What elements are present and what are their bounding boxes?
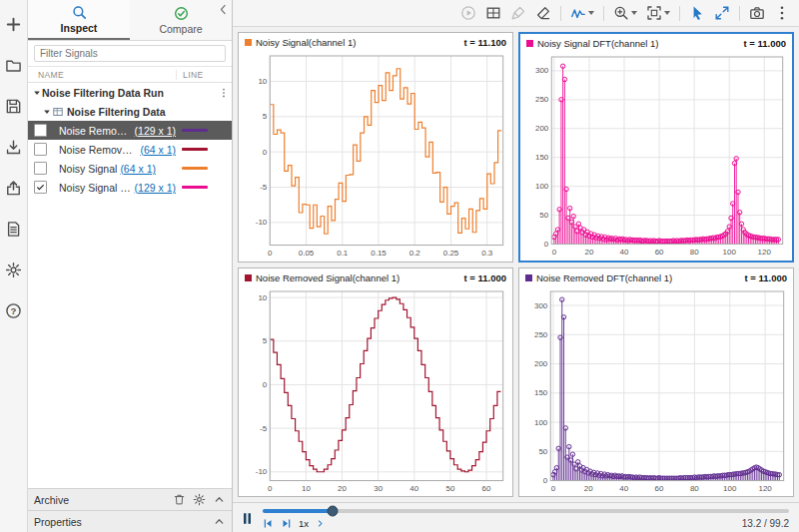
chart-noise-removed-signal[interactable]: 0102030405060-10-50510: [241, 286, 510, 495]
tab-inspect[interactable]: Inspect: [28, 0, 130, 40]
trash-icon[interactable]: [173, 493, 186, 506]
properties-collapse-icon[interactable]: [213, 515, 226, 528]
plot-title: Noise Removed DFT(channel 1): [536, 272, 744, 283]
signal-checkbox[interactable]: [34, 162, 47, 175]
signal-checkbox[interactable]: [34, 143, 47, 156]
svg-text:80: 80: [690, 248, 699, 257]
archive-bar[interactable]: Archive: [28, 488, 232, 510]
svg-text:0.1: 0.1: [337, 249, 349, 258]
svg-text:40: 40: [409, 484, 418, 493]
open-folder-icon[interactable]: [5, 57, 22, 74]
signal-checkbox[interactable]: [34, 181, 47, 194]
svg-text:120: 120: [758, 248, 772, 257]
signal-dims-link[interactable]: (64 x 1): [120, 163, 156, 175]
line-style-swatch: [182, 186, 208, 189]
chevron-down-icon[interactable]: [32, 88, 42, 98]
step-back-button[interactable]: [263, 518, 274, 529]
layout-grid-icon[interactable]: [485, 5, 501, 21]
tree-group-row[interactable]: Noise Filtering Data: [28, 102, 232, 121]
archive-collapse-icon[interactable]: [213, 493, 226, 506]
signal-checkbox[interactable]: [34, 124, 47, 137]
toolbar-separator: [560, 6, 561, 21]
chevron-down-icon[interactable]: [42, 107, 52, 117]
zoom-in-icon[interactable]: [613, 5, 637, 21]
playback-right: 1x 13.2 / 99.2: [263, 507, 789, 529]
svg-text:0.15: 0.15: [371, 249, 387, 258]
pause-button[interactable]: [240, 511, 255, 526]
dropdown-caret-icon: [664, 11, 670, 15]
eraser-icon[interactable]: [535, 5, 551, 21]
column-header-name: NAME: [28, 70, 176, 80]
tree-signal-row[interactable]: Noisy Signal(64 x 1): [28, 159, 232, 178]
svg-text:100: 100: [535, 182, 549, 191]
step-forward-button[interactable]: [281, 518, 292, 529]
signal-label: Noise Removed D: [59, 125, 132, 137]
archive-settings-icon[interactable]: [193, 493, 206, 506]
svg-text:60: 60: [655, 248, 664, 257]
svg-text:20: 20: [585, 248, 594, 257]
compare-icon: [174, 6, 189, 21]
chart-noise-removed-dft[interactable]: 020406080100120050100150200250300: [521, 286, 791, 495]
plot-panel-noisy-dft[interactable]: Noisy Signal DFT(channel 1)t = 11.000020…: [518, 32, 794, 263]
tree-signal-row[interactable]: Noisy Signal DFT(129 x 1): [28, 178, 232, 197]
signals-table-header: NAME LINE: [28, 67, 232, 83]
tree-signal-row[interactable]: Noise Removed Si(64 x 1): [28, 140, 232, 159]
svg-text:200: 200: [535, 124, 549, 133]
report-icon[interactable]: [5, 221, 22, 238]
chart-noisy-signal[interactable]: 00.050.10.150.20.250.3-10-50510: [241, 51, 510, 260]
svg-text:50: 50: [445, 484, 454, 493]
signal-label: Noisy Signal: [59, 163, 117, 175]
add-icon[interactable]: [5, 16, 22, 33]
legend-swatch: [526, 40, 533, 47]
tree-signal-row[interactable]: Noise Removed D(129 x 1): [28, 121, 232, 140]
timeline-slider[interactable]: [263, 509, 789, 513]
plot-title: Noise Removed Signal(channel 1): [256, 272, 463, 283]
main-area: Noisy Signal(channel 1)t = 11.10000.050.…: [233, 0, 799, 532]
filter-signals-input[interactable]: [34, 45, 226, 62]
svg-text:0: 0: [268, 484, 273, 493]
svg-text:300: 300: [535, 66, 549, 75]
pointer-icon[interactable]: [689, 5, 705, 21]
fit-view-icon[interactable]: [646, 5, 670, 21]
sidebar-tabs: Inspect Compare: [28, 0, 232, 41]
plot-panel-noise-removed-signal[interactable]: Noise Removed Signal(channel 1)t = 11.00…: [238, 267, 513, 498]
speed-menu-icon[interactable]: [316, 519, 325, 528]
svg-text:250: 250: [535, 95, 549, 104]
plot-panel-noise-removed-dft[interactable]: Noise Removed DFT(channel 1)t = 11.00002…: [518, 267, 794, 498]
svg-text:-5: -5: [260, 183, 268, 192]
signal-tree: Noise Filtering Data RunNoise Filtering …: [28, 83, 232, 488]
timeline-handle[interactable]: [328, 506, 339, 517]
signal-style-icon[interactable]: [570, 5, 594, 21]
collapse-sidebar-button[interactable]: [217, 3, 230, 16]
expand-icon[interactable]: [714, 5, 730, 21]
svg-text:0: 0: [268, 249, 273, 258]
settings-icon[interactable]: [5, 262, 22, 278]
svg-text:5: 5: [263, 112, 268, 121]
plot-panel-noisy-signal[interactable]: Noisy Signal(channel 1)t = 11.10000.050.…: [238, 32, 513, 263]
signal-dims-link[interactable]: (129 x 1): [135, 125, 176, 137]
properties-bar[interactable]: Properties: [28, 510, 232, 532]
chart-noisy-dft[interactable]: 020406080100120050100150200250300: [522, 52, 790, 259]
kebab-menu-icon[interactable]: [218, 86, 230, 100]
export-icon[interactable]: [5, 180, 22, 197]
record-icon[interactable]: [460, 5, 476, 21]
signal-label: Noise Filtering Data: [67, 106, 166, 118]
brush-icon[interactable]: [510, 5, 526, 21]
playback-bar: 1x 13.2 / 99.2: [233, 502, 799, 532]
svg-text:50: 50: [538, 446, 547, 455]
help-icon[interactable]: ?: [5, 302, 22, 319]
svg-text:0.25: 0.25: [443, 249, 459, 258]
legend-swatch: [245, 274, 252, 281]
svg-text:10: 10: [302, 484, 311, 493]
camera-icon[interactable]: [749, 5, 765, 21]
signal-dims-link[interactable]: (64 x 1): [140, 144, 176, 156]
tree-group-row[interactable]: Noise Filtering Data Run: [28, 83, 232, 102]
plot-body: 0102030405060-10-50510: [239, 286, 512, 497]
more-icon[interactable]: [774, 5, 790, 21]
import-icon[interactable]: [5, 139, 22, 156]
svg-text:60: 60: [655, 484, 664, 493]
svg-text:20: 20: [338, 484, 347, 493]
signal-dims-link[interactable]: (129 x 1): [135, 182, 176, 194]
save-icon[interactable]: [5, 98, 22, 115]
playback-speed[interactable]: 1x: [299, 518, 309, 529]
